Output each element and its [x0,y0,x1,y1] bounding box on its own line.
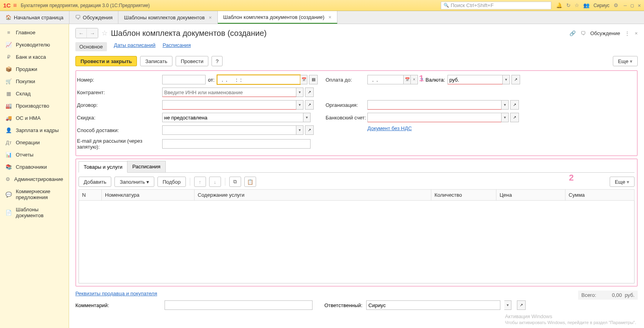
tab-discussions[interactable]: Обсуждения [69,11,119,24]
sidebar-item-production[interactable]: 🏭Производство [0,100,69,112]
sidebar-item-offers[interactable]: 💬Коммерческие предложения [0,185,69,203]
sidebar-item-hr[interactable]: 👤Зарплата и кадры [0,124,69,136]
sidebar-item-bank[interactable]: ₽Банк и касса [0,51,69,63]
sidebar-item-manager[interactable]: 📈Руководителю [0,39,69,51]
items-table-body[interactable] [79,201,635,283]
table-more-button[interactable]: Еще [610,177,635,187]
close-page-button[interactable]: × [635,30,638,36]
post-and-close-button[interactable]: Провести и закрыть [75,56,137,66]
payuntil-input[interactable] [367,75,404,84]
subtab-dates[interactable]: Даты расписаний [114,42,155,51]
add-button[interactable]: Добавить [79,177,111,187]
time-picker-icon[interactable]: ▤ [309,75,318,84]
dropdown-icon[interactable]: ▾ [303,113,311,122]
tab-goods[interactable]: Товары и услуги [79,161,127,173]
sidebar-item-templates[interactable]: 📄Шаблоны документов [0,203,69,222]
maximize-button[interactable]: ▢ [631,2,634,8]
col-sum[interactable]: Сумма [565,190,635,201]
back-button[interactable]: ← [76,28,87,38]
delivery-input[interactable] [162,125,296,135]
open-icon[interactable]: ↗ [510,100,519,110]
col-service[interactable]: Содержание услуги [195,190,431,201]
more-button[interactable]: Еще [613,56,638,66]
subtab-schedules[interactable]: Расписания [163,42,191,51]
date-input[interactable] [217,75,300,84]
minimize-button[interactable]: — [624,2,627,8]
favorite-icon[interactable]: ☆ [101,29,108,37]
open-icon[interactable]: ↗ [305,125,314,135]
bankacc-input[interactable] [367,113,502,122]
clear-icon[interactable]: × [411,75,418,84]
post-button[interactable]: Провести [176,56,209,66]
move-down-button[interactable]: ↓ [209,177,221,187]
dropdown-icon[interactable]: ▾ [503,75,510,84]
tab-templates-list[interactable]: Шаблоны комплектов документов× [118,11,217,24]
close-button[interactable]: ✕ [638,2,641,8]
col-qty[interactable]: Количество [431,190,496,201]
sidebar-item-admin[interactable]: ⚙Администрирование [0,173,69,185]
link-icon[interactable]: 🔗 [569,30,576,36]
contract-input[interactable] [162,100,296,110]
no-vat-link[interactable]: Документ без НДС [367,125,412,131]
sidebar-item-sales[interactable]: 📦Продажи [0,63,69,75]
sidebar-item-reports[interactable]: 📊Отчеты [0,149,69,161]
select-button[interactable]: Подбор [157,177,186,187]
dropdown-icon[interactable]: ▾ [504,300,511,310]
dropdown-icon[interactable]: ▾ [296,125,303,135]
bell-icon[interactable]: 🔔 [556,2,562,8]
sidebar-item-main[interactable]: ≡Главное [0,26,69,39]
copy-button[interactable]: ⧉ [229,177,241,187]
sidebar-item-operations[interactable]: ДтОперации [0,136,69,149]
discount-input[interactable] [162,113,303,122]
close-icon[interactable]: × [209,15,212,20]
open-icon[interactable]: ↗ [511,75,520,84]
sidebar-item-assets[interactable]: 🚚ОС и НМА [0,112,69,124]
open-icon[interactable]: ↗ [305,88,314,97]
dropdown-icon[interactable]: ▾ [502,100,509,110]
items-table[interactable]: N Номенклатура Содержание услуги Количес… [79,189,635,201]
col-n[interactable]: N [79,190,102,201]
sidebar-item-warehouse[interactable]: ▦Склад [0,88,69,100]
global-search-input[interactable]: Поиск Ctrl+Shift+F [441,2,551,9]
org-input[interactable] [367,100,502,110]
dropdown-icon[interactable]: ▾ [296,100,303,110]
responsible-input[interactable] [366,300,500,310]
col-price[interactable]: Цена [496,190,565,201]
counterparty-input[interactable] [162,88,296,97]
more-icon[interactable]: ⋮ [625,30,630,36]
close-icon[interactable]: × [328,14,331,20]
dropdown-icon[interactable]: ▾ [502,113,509,122]
forward-button[interactable]: → [87,28,98,38]
discussion-button[interactable]: Обсуждение [590,30,620,36]
calendar-icon[interactable]: 📅 [300,75,307,84]
number-input[interactable] [162,75,206,84]
help-button[interactable]: ? [212,56,223,66]
calendar-icon[interactable]: 📅 [404,75,411,84]
open-icon[interactable]: ↗ [510,113,519,122]
move-up-button[interactable]: ↑ [194,177,206,187]
requisites-link[interactable]: Реквизиты продавца и покупателя [75,291,157,296]
col-nomenclature[interactable]: Номенклатура [102,190,195,201]
discussion-icon[interactable]: 🗨 [580,30,586,36]
settings-icon[interactable]: ⚙ [614,2,618,8]
paste-button[interactable]: 📋 [244,177,256,187]
current-user[interactable]: Сириус [593,3,610,8]
users-icon[interactable]: 👥 [583,2,590,8]
tab-schedules[interactable]: Расписания [127,161,165,172]
sidebar-item-purchases[interactable]: 🛒Покупки [0,75,69,88]
open-icon[interactable]: ↗ [517,300,526,310]
history-icon[interactable]: ↻ [566,2,571,8]
star-icon[interactable]: ☆ [575,2,579,8]
subtab-main[interactable]: Основное [75,42,107,51]
dropdown-icon[interactable]: ▾ [296,88,303,97]
open-icon[interactable]: ↗ [305,100,314,110]
currency-input[interactable] [447,75,503,84]
tab-template-create[interactable]: Шаблон комплекта документов (создание)× [218,11,337,24]
email-input[interactable] [162,139,311,149]
tab-start-page[interactable]: Начальная страница [0,11,69,24]
main-menu-icon[interactable]: ≡ [13,2,17,9]
comment-input[interactable] [165,300,313,310]
sidebar-item-catalogs[interactable]: 📚Справочники [0,161,69,173]
fill-button[interactable]: Заполнить ▾ [114,177,154,187]
write-button[interactable]: Записать [140,56,172,66]
